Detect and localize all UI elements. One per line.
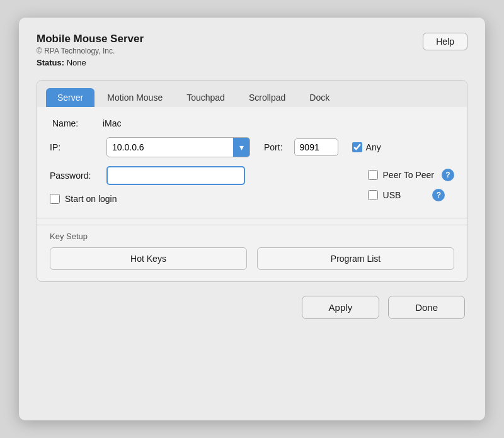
usb-row: USB ?	[368, 189, 454, 201]
any-checkbox[interactable]	[352, 142, 362, 152]
key-setup-label: Key Setup	[50, 232, 454, 241]
header: Mobile Mouse Server © RPA Technology, In…	[37, 33, 467, 67]
header-left: Mobile Mouse Server © RPA Technology, In…	[37, 33, 144, 67]
footer: Apply Done	[37, 296, 467, 319]
name-value: iMac	[103, 118, 122, 128]
status-value: None	[67, 58, 86, 67]
app-title: Mobile Mouse Server	[37, 33, 144, 45]
tab-motion-mouse[interactable]: Motion Mouse	[96, 88, 174, 107]
status-row: Status: None	[37, 58, 144, 67]
peer-to-peer-row: Peer To Peer ?	[368, 169, 454, 181]
any-label: Any	[366, 142, 381, 152]
help-button[interactable]: Help	[423, 33, 467, 50]
peer-to-peer-checkbox[interactable]	[368, 170, 378, 180]
tab-scrollpad[interactable]: Scrollpad	[238, 88, 297, 107]
name-row: Name: iMac	[50, 118, 454, 128]
status-label: Status:	[37, 58, 64, 67]
start-on-login-checkbox[interactable]	[50, 194, 60, 204]
tab-dock[interactable]: Dock	[298, 88, 341, 107]
left-col: Password: Start on login	[50, 166, 245, 204]
usb-help-icon[interactable]: ?	[432, 189, 445, 201]
any-wrapper: Any	[352, 142, 381, 152]
tabs-bar: Server Motion Mouse Touchpad Scrollpad D…	[37, 81, 467, 107]
copyright: © RPA Technology, Inc.	[37, 47, 144, 55]
port-input[interactable]	[294, 138, 338, 156]
name-label: Name:	[52, 118, 103, 128]
ip-input[interactable]	[107, 139, 233, 155]
main-window: Mobile Mouse Server © RPA Technology, In…	[19, 18, 485, 420]
ip-dropdown-button[interactable]	[233, 138, 249, 157]
usb-checkbox[interactable]	[368, 190, 378, 200]
content-box: Server Motion Mouse Touchpad Scrollpad D…	[37, 80, 467, 282]
start-on-login-label: Start on login	[65, 194, 117, 204]
key-buttons: Hot Keys Program List	[50, 247, 454, 270]
key-setup-divider	[37, 218, 467, 218]
tab-server[interactable]: Server	[46, 88, 94, 107]
apply-button[interactable]: Apply	[302, 296, 380, 319]
usb-label: USB	[383, 190, 401, 200]
start-on-login-row: Start on login	[50, 194, 245, 204]
password-right-row: Password: Start on login Peer To Peer ?	[50, 166, 454, 204]
right-col: Peer To Peer ? USB ?	[368, 169, 454, 201]
peer-to-peer-help-icon[interactable]: ?	[442, 169, 454, 181]
port-label: Port:	[264, 142, 283, 152]
key-setup-section: Key Setup Hot Keys Program List	[37, 225, 467, 270]
ip-label: IP:	[50, 142, 100, 152]
program-list-button[interactable]: Program List	[257, 247, 454, 270]
password-label: Password:	[50, 171, 100, 181]
server-tab-content: Name: iMac IP: Port: Any	[37, 107, 467, 218]
hot-keys-button[interactable]: Hot Keys	[50, 247, 247, 270]
password-row: Password:	[50, 166, 245, 185]
password-input[interactable]	[106, 166, 245, 185]
done-button[interactable]: Done	[388, 296, 465, 319]
ip-row: IP: Port: Any	[50, 137, 454, 157]
peer-to-peer-label: Peer To Peer	[383, 170, 434, 180]
ip-dropdown-wrapper	[106, 137, 250, 157]
tab-touchpad[interactable]: Touchpad	[175, 88, 236, 107]
